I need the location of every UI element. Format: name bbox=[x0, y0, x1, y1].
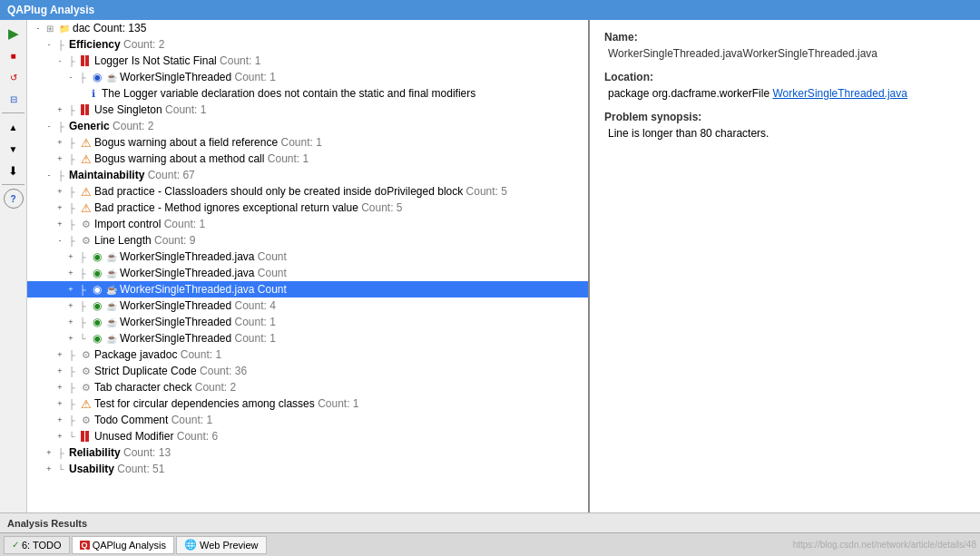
root-toggle[interactable]: - bbox=[33, 23, 44, 34]
package-javadoc-item[interactable]: + ├ ⚙ Package javadoc Count: 1 bbox=[27, 346, 588, 363]
bad-practice-cls-item[interactable]: + ├ ⚠ Bad practice - Classloaders should… bbox=[27, 183, 588, 200]
bad-practice-method-item[interactable]: + ├ ⚠ Bad practice - Method ignores exce… bbox=[27, 200, 588, 216]
unused-modifier-item[interactable]: + └ Unused Modifier Count: 6 bbox=[27, 428, 588, 444]
svg-rect-2 bbox=[81, 104, 84, 115]
connector6-icon: ├ bbox=[65, 152, 78, 165]
orange-icon: ⚠ bbox=[80, 136, 93, 149]
info-icon: ℹ bbox=[87, 87, 100, 100]
qaplug-tab-label: QAPlug Analysis bbox=[93, 540, 166, 551]
strict-dup-label: Strict Duplicate Code Count: 36 bbox=[94, 365, 247, 377]
circular-dep-item[interactable]: + ├ ⚠ Test for circular dependencies amo… bbox=[27, 395, 588, 412]
help-button[interactable]: ? bbox=[4, 189, 24, 209]
maintainability-label: Maintainability Count: 67 bbox=[69, 169, 195, 181]
import-control-label: Import control Count: 1 bbox=[94, 218, 205, 230]
problem-label: Problem synopsis: bbox=[604, 111, 965, 123]
connector3-icon: ├ bbox=[65, 103, 78, 116]
strict-dup-item[interactable]: + ├ ⚙ Strict Duplicate Code Count: 36 bbox=[27, 363, 588, 379]
bogus-field-label: Bogus warning about a field reference Co… bbox=[94, 136, 322, 149]
logger-static-item[interactable]: - ├ Logger Is Not Static Final Count: 1 bbox=[27, 53, 588, 69]
tree-root[interactable]: - ⊞ 📁 dac Count: 135 bbox=[27, 20, 588, 36]
import-control-item[interactable]: + ├ ⚙ Import control Count: 1 bbox=[27, 216, 588, 232]
todo-tab-label: 6: TODO bbox=[22, 540, 62, 551]
detail-panel: Name: WorkerSingleThreaded.javaWorkerSin… bbox=[590, 20, 980, 512]
usability-item[interactable]: + └ Usability Count: 51 bbox=[27, 461, 588, 477]
reliability-item[interactable]: + ├ Reliability Count: 13 bbox=[27, 444, 588, 461]
stop-button[interactable]: ■ bbox=[4, 45, 24, 65]
wst-5-item[interactable]: + ├ ◉ ☕ WorkerSingleThreaded Count: 1 bbox=[27, 314, 588, 330]
wst-java-1-item[interactable]: + ├ ◉ ☕ WorkerSingleThreaded.java Count bbox=[27, 249, 588, 265]
red-bar2-icon bbox=[80, 103, 93, 116]
generic-item[interactable]: - ├ Generic Count: 2 bbox=[27, 118, 588, 134]
efficiency-label: Efficiency Count: 2 bbox=[69, 38, 164, 51]
gear4-icon: ⚙ bbox=[80, 365, 93, 377]
title-text: QAPlug Analysis bbox=[7, 4, 94, 16]
green-circle1-icon: ◉ bbox=[91, 250, 103, 263]
location-link[interactable]: WorkerSingleThreaded.java bbox=[772, 87, 907, 100]
run-button[interactable]: ▶ bbox=[4, 24, 24, 44]
wst-java-2-item[interactable]: + ├ ◉ ☕ WorkerSingleThreaded.java Count bbox=[27, 265, 588, 281]
maintainability-item[interactable]: - ├ Maintainability Count: 67 bbox=[27, 167, 588, 183]
wst-java-3-item[interactable]: + ├ ◉ ☕ WorkerSingleThreaded.java Count bbox=[27, 281, 588, 298]
left-toolbar: ▶ ■ ↺ ⊟ ▲ ▼ ⬇ ? bbox=[0, 20, 27, 512]
web-preview-tab[interactable]: 🌐 Web Preview bbox=[176, 536, 267, 554]
name-value: WorkerSingleThreaded.javaWorkerSingleThr… bbox=[608, 47, 877, 60]
efficiency-connector: ├ bbox=[54, 38, 67, 51]
up-button[interactable]: ▲ bbox=[4, 117, 24, 137]
svg-rect-5 bbox=[85, 431, 89, 442]
name-label: Name: bbox=[604, 31, 965, 44]
green-circle2-icon: ◉ bbox=[91, 267, 103, 279]
red-bar-icon bbox=[80, 54, 93, 67]
connector5-icon: ├ bbox=[65, 136, 78, 149]
problem-value: Line is longer than 80 characters. bbox=[608, 127, 769, 140]
filter-button[interactable]: ⊟ bbox=[4, 89, 24, 109]
qaplug-tab[interactable]: Q QAPlug Analysis bbox=[72, 536, 174, 554]
line-length-item[interactable]: - ├ ⚙ Line Length Count: 9 bbox=[27, 232, 588, 249]
todo-icon: ✓ bbox=[12, 540, 19, 550]
use-singleton-label: Use Singleton Count: 1 bbox=[94, 103, 206, 116]
root-folder-icon: 📁 bbox=[58, 22, 71, 34]
circular-dep-label: Test for circular dependencies among cla… bbox=[94, 397, 359, 410]
red-bar3-icon bbox=[80, 430, 93, 443]
svg-rect-1 bbox=[85, 55, 89, 66]
java-file6-icon: ☕ bbox=[105, 332, 118, 345]
java-file2-icon: ☕ bbox=[105, 267, 118, 279]
bogus-field-item[interactable]: + ├ ⚠ Bogus warning about a field refere… bbox=[27, 134, 588, 151]
todo-comment-item[interactable]: + ├ ⚙ Todo Comment Count: 1 bbox=[27, 412, 588, 428]
web-preview-label: Web Preview bbox=[200, 540, 259, 551]
use-singleton-item[interactable]: + ├ Use Singleton Count: 1 bbox=[27, 102, 588, 118]
root-label: dac Count: 135 bbox=[73, 22, 146, 34]
wst-java-1-label: WorkerSingleThreaded.java Count bbox=[120, 250, 287, 263]
connector7-icon: ├ bbox=[54, 169, 67, 181]
java-file3-icon: ☕ bbox=[105, 283, 118, 296]
connector14-icon: ├ bbox=[76, 283, 89, 296]
wst-5-label: WorkerSingleThreaded Count: 1 bbox=[120, 316, 276, 328]
worker-logger-item[interactable]: - ├ ◉ ☕ WorkerSingleThreaded Count: 1 bbox=[27, 69, 588, 85]
connector23-icon: └ bbox=[65, 430, 78, 443]
efficiency-item[interactable]: - ├ Efficiency Count: 2 bbox=[27, 36, 588, 53]
orange2-icon: ⚠ bbox=[80, 152, 93, 165]
wst-6-item[interactable]: + └ ◉ ☕ WorkerSingleThreaded Count: 1 bbox=[27, 330, 588, 346]
connector12-icon: ├ bbox=[76, 250, 89, 263]
logger-desc-item[interactable]: ℹ The Logger variable declaration does n… bbox=[27, 85, 588, 102]
wst-java-2-label: WorkerSingleThreaded.java Count bbox=[120, 267, 287, 279]
tree-panel: - ⊞ 📁 dac Count: 135 - ├ Efficiency Coun… bbox=[27, 20, 590, 512]
wst-6-label: WorkerSingleThreaded Count: 1 bbox=[120, 332, 276, 345]
todo-tab[interactable]: ✓ 6: TODO bbox=[4, 536, 70, 554]
connector25-icon: └ bbox=[54, 463, 67, 475]
java-file4-icon: ☕ bbox=[105, 299, 118, 312]
qaplug-icon: Q bbox=[80, 541, 90, 550]
tab-char-item[interactable]: + ├ ⚙ Tab character check Count: 2 bbox=[27, 379, 588, 395]
wst-java-3-label: WorkerSingleThreaded.java Count bbox=[120, 283, 287, 296]
connector9-icon: ├ bbox=[65, 201, 78, 214]
rerun-button[interactable]: ↺ bbox=[4, 67, 24, 87]
java-file1-icon: ☕ bbox=[105, 250, 118, 263]
gear-icon: ⚙ bbox=[80, 218, 93, 230]
bogus-method-item[interactable]: + ├ ⚠ Bogus warning about a method call … bbox=[27, 151, 588, 167]
connector11-icon: ├ bbox=[65, 234, 78, 247]
wst-4-item[interactable]: + ├ ◉ ☕ WorkerSingleThreaded Count: 4 bbox=[27, 298, 588, 314]
orange4-icon: ⚠ bbox=[80, 201, 93, 214]
gear3-icon: ⚙ bbox=[80, 348, 93, 361]
bad-practice-cls-label: Bad practice - Classloaders should only … bbox=[94, 185, 507, 198]
download-button[interactable]: ⬇ bbox=[4, 161, 24, 180]
down-button[interactable]: ▼ bbox=[4, 139, 24, 159]
